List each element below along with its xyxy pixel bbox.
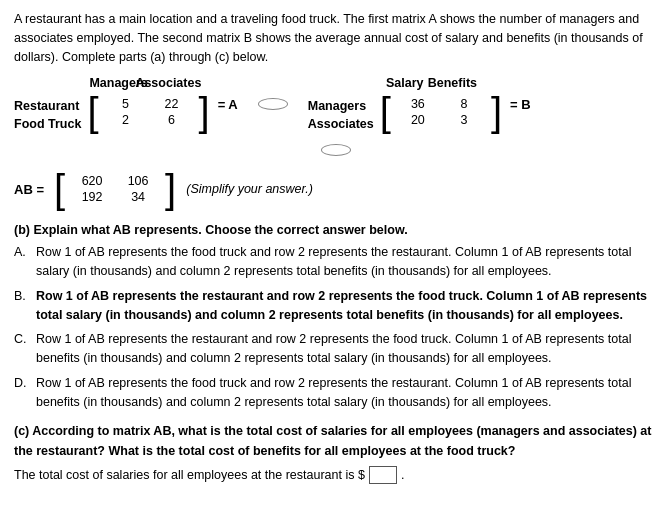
option-d: D. Row 1 of AB represents the food truck… [14, 374, 658, 412]
ab-section: AB = [ 620 106 192 34 ] (Simplify your a… [14, 169, 658, 209]
matrix-a-r2c2: 6 [149, 113, 195, 127]
ab-label: AB = [14, 182, 44, 197]
answer-input-row: The total cost of salaries for all emplo… [14, 465, 658, 485]
matrix-a-col2-header: Associates [135, 76, 181, 90]
matrix-a-row-labels: Restaurant Food Truck [14, 77, 81, 131]
option-b-letter: B. [14, 287, 30, 306]
matrix-b-r2c2: 3 [441, 113, 487, 127]
part-c-question-text: The total cost of salaries for all emplo… [14, 465, 365, 485]
matrix-a-row1: 5 22 [103, 97, 195, 111]
matrix-b-row-labels: Managers Associates [308, 77, 374, 131]
ab-r1c1: 620 [69, 174, 115, 188]
ab-right-bracket: ] [165, 169, 176, 209]
matrix-a-header-block: Managers Associates [ 5 22 2 6 ] [87, 76, 209, 132]
matrix-a-bracket: [ 5 22 2 6 ] [87, 92, 209, 132]
matrices-section: Restaurant Food Truck Managers Associate… [14, 76, 658, 132]
matrix-b-equals: = B [510, 97, 531, 112]
matrix-b-col1-header: Salary [382, 76, 428, 90]
option-c-text: Row 1 of AB represents the restaurant an… [36, 330, 658, 368]
matrix-b-header-block: Salary Benefits [ 36 8 20 3 ] [380, 76, 502, 132]
ab-result-bracket: [ 620 106 192 34 ] [54, 169, 176, 209]
part-c-section: (c) According to matrix AB, what is the … [14, 421, 658, 485]
option-c: C. Row 1 of AB represents the restaurant… [14, 330, 658, 368]
ab-r2c2: 34 [115, 190, 161, 204]
intro-paragraph: A restaurant has a main location and a t… [14, 10, 658, 66]
matrix-b-row2-label: Associates [308, 117, 374, 131]
center-oval [321, 144, 351, 156]
option-a: A. Row 1 of AB represents the food truck… [14, 243, 658, 281]
matrix-a-col1-header: Managers [89, 76, 135, 90]
matrix-b-col2-header: Benefits [428, 76, 474, 90]
option-a-letter: A. [14, 243, 30, 262]
part-b-section: (b) Explain what AB represents. Choose t… [14, 223, 658, 411]
simplify-instruction: (Simplify your answer.) [186, 182, 313, 196]
option-d-text: Row 1 of AB represents the food truck an… [36, 374, 658, 412]
salary-answer-input[interactable] [369, 466, 397, 484]
matrix-b-r2c1: 20 [395, 113, 441, 127]
dollar-input-wrap[interactable] [369, 466, 397, 484]
matrix-a-values: 5 22 2 6 [99, 95, 199, 129]
matrix-b-bracket: [ 36 8 20 3 ] [380, 92, 502, 132]
matrix-a-r1c2: 22 [149, 97, 195, 111]
matrix-a-equals: = A [218, 97, 238, 112]
option-d-letter: D. [14, 374, 30, 393]
part-c-title: (c) According to matrix AB, what is the … [14, 421, 658, 461]
separator-oval [258, 98, 288, 110]
option-c-letter: C. [14, 330, 30, 349]
matrix-b-col-headers: Salary Benefits [380, 76, 502, 90]
part-b-title: (b) Explain what AB represents. Choose t… [14, 223, 658, 237]
ab-r1c2: 106 [115, 174, 161, 188]
option-a-text: Row 1 of AB represents the food truck an… [36, 243, 658, 281]
ab-row2: 192 34 [69, 190, 161, 204]
option-b: B. Row 1 of AB represents the restaurant… [14, 287, 658, 325]
matrix-b-r1c2: 8 [441, 97, 487, 111]
matrix-b-r1c1: 36 [395, 97, 441, 111]
ab-values: 620 106 192 34 [65, 172, 165, 206]
option-b-text: Row 1 of AB represents the restaurant an… [36, 287, 658, 325]
matrix-a-col-headers: Managers Associates [87, 76, 209, 90]
matrix-b-right-bracket: ] [491, 92, 502, 132]
matrix-a-row2: 2 6 [103, 113, 195, 127]
matrix-b-values: 36 8 20 3 [391, 95, 491, 129]
matrix-a-r1c1: 5 [103, 97, 149, 111]
matrix-a-right-bracket: ] [199, 92, 210, 132]
matrix-a-row1-label: Restaurant [14, 99, 81, 113]
matrix-b-row1-label: Managers [308, 99, 374, 113]
ab-left-bracket: [ [54, 169, 65, 209]
matrix-b-block: Managers Associates Salary Benefits [ 36… [308, 76, 531, 132]
matrix-a-row2-label: Food Truck [14, 117, 81, 131]
ab-row1: 620 106 [69, 174, 161, 188]
matrix-b-row2: 20 3 [395, 113, 487, 127]
ab-r2c1: 192 [69, 190, 115, 204]
matrix-a-left-bracket: [ [87, 92, 98, 132]
matrix-a-block: Restaurant Food Truck Managers Associate… [14, 76, 238, 132]
matrix-b-row1: 36 8 [395, 97, 487, 111]
period-after-input: . [401, 465, 404, 485]
matrix-a-r2c1: 2 [103, 113, 149, 127]
matrix-b-left-bracket: [ [380, 92, 391, 132]
